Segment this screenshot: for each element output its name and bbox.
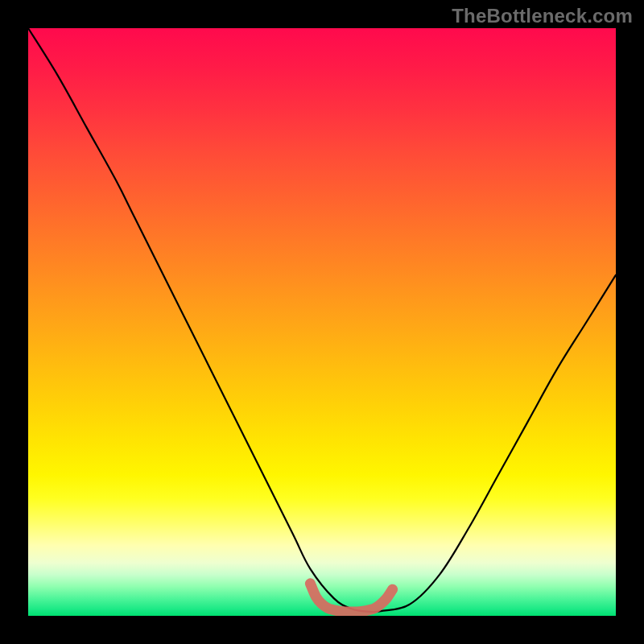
plot-area	[28, 28, 616, 616]
curve-layer	[28, 28, 616, 616]
chart-canvas: TheBottleneck.com	[0, 0, 644, 644]
watermark-text: TheBottleneck.com	[452, 5, 633, 27]
black-curve	[28, 28, 616, 612]
salmon-valley-band	[310, 584, 392, 612]
